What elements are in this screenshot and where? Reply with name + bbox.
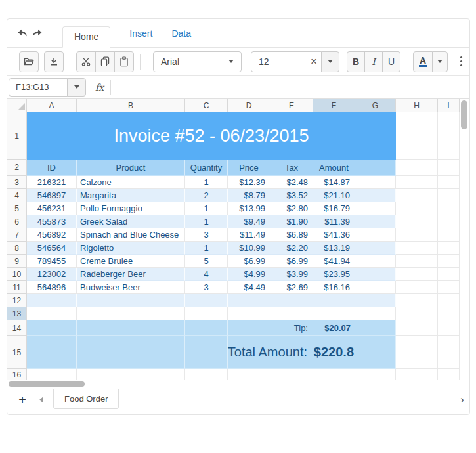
row-header-12[interactable]: 12 <box>7 294 27 307</box>
cell-F7[interactable]: $41.36 <box>313 228 355 242</box>
row-header-8[interactable]: 8 <box>7 242 27 255</box>
cell-C6[interactable]: 1 <box>185 215 228 228</box>
cell-F2[interactable]: Amount <box>313 160 355 176</box>
cell-I16[interactable] <box>438 369 460 380</box>
open-button[interactable] <box>19 51 39 72</box>
cell-E11[interactable]: $2.69 <box>270 281 313 294</box>
cell-A9[interactable]: 789455 <box>27 255 77 268</box>
column-header-D[interactable]: D <box>228 99 270 112</box>
cell-C12[interactable] <box>185 294 228 307</box>
row-header-13[interactable]: 13 <box>7 307 27 320</box>
cell-H15[interactable] <box>396 336 438 369</box>
cell-A10[interactable]: 123002 <box>27 268 77 281</box>
cut-button[interactable] <box>76 51 96 72</box>
cell-H6[interactable] <box>396 215 438 228</box>
cell-I15[interactable] <box>438 336 460 369</box>
tab-data[interactable]: Data <box>171 28 191 39</box>
row-header-1[interactable]: 1 <box>7 112 27 160</box>
row-header-14[interactable]: 14 <box>7 320 27 336</box>
cell-G9[interactable] <box>355 255 396 268</box>
sheet-next-icon[interactable]: › <box>460 393 464 406</box>
row-header-15[interactable]: 15 <box>7 336 27 369</box>
cell-F15[interactable]: $220.8 <box>313 336 355 369</box>
cell-F11[interactable]: $16.16 <box>313 281 355 294</box>
cell-D13[interactable] <box>228 307 270 320</box>
cell-A7[interactable]: 456892 <box>27 228 77 242</box>
cell-A2[interactable]: ID <box>27 160 77 176</box>
cell-B13[interactable] <box>77 307 185 320</box>
cell-D4[interactable]: $8.79 <box>228 189 270 202</box>
row-header-2[interactable]: 2 <box>7 160 27 176</box>
cell-D2[interactable]: Price <box>228 160 270 176</box>
cell-C10[interactable]: 4 <box>185 268 228 281</box>
cell-F5[interactable]: $16.79 <box>313 202 355 215</box>
cell-H9[interactable] <box>396 255 438 268</box>
cell-C16[interactable] <box>185 369 228 380</box>
cell-C7[interactable]: 3 <box>185 228 228 242</box>
cell-B2[interactable]: Product <box>77 160 185 176</box>
cell-A8[interactable]: 546564 <box>27 242 77 255</box>
cell-E3[interactable]: $2.48 <box>270 176 313 189</box>
cell-B9[interactable]: Creme Brulee <box>77 255 185 268</box>
cell-I12[interactable] <box>438 294 460 307</box>
cell-D8[interactable]: $10.99 <box>228 242 270 255</box>
redo-button[interactable] <box>31 28 43 39</box>
cell-H1[interactable] <box>396 112 438 160</box>
horizontal-scrollbar[interactable] <box>9 381 85 387</box>
cell-D11[interactable]: $4.49 <box>228 281 270 294</box>
row-header-6[interactable]: 6 <box>7 215 27 228</box>
cell-H13[interactable] <box>396 307 438 320</box>
cell-I13[interactable] <box>438 307 460 320</box>
cell-I14[interactable] <box>438 320 460 336</box>
cell-B12[interactable] <box>77 294 185 307</box>
cell-B3[interactable]: Calzone <box>77 176 185 189</box>
name-box-dropdown-button[interactable] <box>67 78 86 97</box>
invoice-title-cell[interactable]: Invoice #52 - 06/23/2015 <box>27 112 396 160</box>
cell-D7[interactable]: $11.49 <box>228 228 270 242</box>
row-header-7[interactable]: 7 <box>7 228 27 242</box>
cell-I10[interactable] <box>438 268 460 281</box>
sheet-prev-icon[interactable] <box>39 397 43 403</box>
cell-C8[interactable]: 1 <box>185 242 228 255</box>
cell-G12[interactable] <box>355 294 396 307</box>
font-size-dropdown-button[interactable] <box>321 51 339 72</box>
cell-H12[interactable] <box>396 294 438 307</box>
cell-G14[interactable] <box>355 320 396 336</box>
cell-D12[interactable] <box>228 294 270 307</box>
cell-H11[interactable] <box>396 281 438 294</box>
column-header-G[interactable]: G <box>355 99 396 112</box>
cell-D16[interactable] <box>228 369 270 380</box>
cell-H10[interactable] <box>396 268 438 281</box>
cell-I5[interactable] <box>438 202 460 215</box>
cell-E6[interactable]: $1.90 <box>270 215 313 228</box>
cell-E7[interactable]: $6.89 <box>270 228 313 242</box>
italic-button[interactable]: I <box>364 51 383 72</box>
cell-I9[interactable] <box>438 255 460 268</box>
cell-E9[interactable]: $6.99 <box>270 255 313 268</box>
cell-H16[interactable] <box>396 369 438 380</box>
cell-H2[interactable] <box>396 160 438 176</box>
cell-A13[interactable] <box>27 307 77 320</box>
row-header-16[interactable]: 16 <box>7 369 27 380</box>
cell-D14[interactable] <box>228 320 270 336</box>
cell-F3[interactable]: $14.87 <box>313 176 355 189</box>
cell-C4[interactable]: 2 <box>185 189 228 202</box>
cell-E2[interactable]: Tax <box>270 160 313 176</box>
cell-H14[interactable] <box>396 320 438 336</box>
cell-I11[interactable] <box>438 281 460 294</box>
column-header-A[interactable]: A <box>27 99 77 112</box>
select-all-corner[interactable] <box>7 99 27 112</box>
cell-G11[interactable] <box>355 281 396 294</box>
cell-B4[interactable]: Margarita <box>77 189 185 202</box>
cell-G6[interactable] <box>355 215 396 228</box>
cell-E4[interactable]: $3.52 <box>270 189 313 202</box>
cell-A15[interactable] <box>27 336 77 369</box>
paste-button[interactable] <box>114 51 134 72</box>
cell-B11[interactable]: Budweiser Beer <box>77 281 185 294</box>
name-box[interactable]: F13:G13 <box>9 78 68 97</box>
cell-E16[interactable] <box>270 369 313 380</box>
cell-C15[interactable] <box>185 336 228 369</box>
cell-I1[interactable] <box>438 112 460 160</box>
cell-G4[interactable] <box>355 189 396 202</box>
tab-insert[interactable]: Insert <box>129 28 152 39</box>
